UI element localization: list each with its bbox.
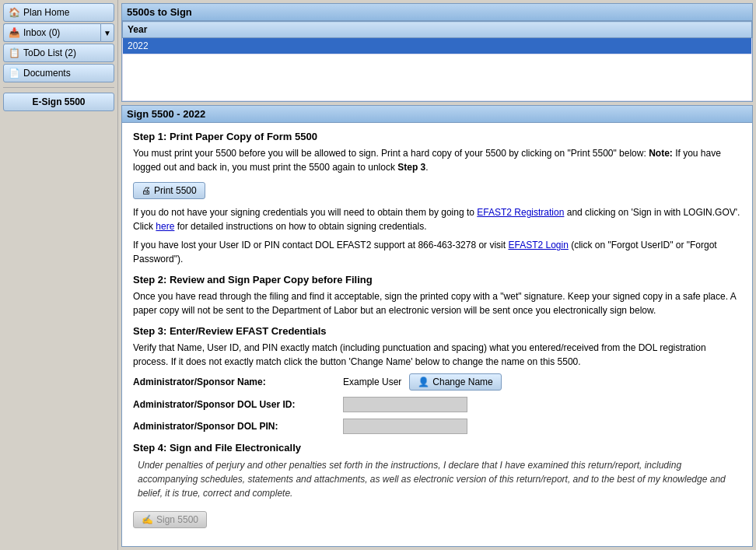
main-content: 5500s to Sign Year 2022 Sign 5500 - 2022…: [118, 0, 756, 550]
plan-home-label: Plan Home: [23, 7, 69, 18]
inbox-icon: 📥: [9, 27, 20, 38]
person-icon: 👤: [418, 377, 429, 387]
step2-text: Once you have read through the filing an…: [133, 289, 741, 317]
step1-step3-ref: Step 3: [397, 162, 425, 173]
todo-icon: 📋: [9, 47, 20, 58]
print-5500-button[interactable]: 🖨 Print 5500: [133, 182, 205, 199]
sidebar: 🏠 Plan Home 📥 Inbox (0) ▼ 📋 ToDo List (2…: [0, 0, 118, 550]
step4-heading: Step 4: Sign and File Electronically: [133, 442, 741, 454]
plan-home-icon: 🏠: [9, 7, 20, 18]
credentials-text3: for detailed instructions on how to obta…: [177, 221, 427, 232]
bottom-panel-title: Sign 5500 - 2022: [122, 106, 752, 123]
esign-label: E-Sign 5500: [32, 96, 85, 107]
admin-name-row: Administrator/Sponsor Name: Example User…: [133, 373, 741, 391]
inbox-row: 📥 Inbox (0) ▼: [3, 23, 114, 42]
print-btn-label: Print 5500: [154, 185, 197, 196]
step3-text: Verify that Name, User ID, and PIN exact…: [133, 341, 741, 369]
documents-label: Documents: [23, 68, 71, 79]
year-table: Year 2022: [122, 21, 752, 101]
step1-heading: Step 1: Print Paper Copy of Form 5500: [133, 131, 741, 142]
sign-btn-label: Sign 5500: [156, 514, 198, 525]
year-column-header: Year: [123, 22, 752, 38]
efast2-login-link[interactable]: EFAST2 Login: [508, 240, 568, 250]
year-cell: 2022: [123, 38, 752, 54]
sidebar-divider: [3, 87, 114, 88]
documents-button[interactable]: 📄 Documents: [3, 64, 114, 82]
top-panel: 5500s to Sign Year 2022: [121, 3, 753, 102]
documents-icon: 📄: [9, 68, 20, 79]
admin-name-label: Administrator/Sponsor Name:: [133, 377, 343, 387]
empty-row: [123, 54, 752, 101]
admin-userid-input[interactable]: [343, 397, 467, 412]
change-name-button[interactable]: 👤 Change Name: [409, 373, 501, 391]
sign-icon: ✍: [142, 514, 153, 525]
chevron-down-icon: ▼: [103, 29, 111, 37]
sign-5500-button[interactable]: ✍ Sign 5500: [133, 511, 207, 528]
admin-pin-row: Administrator/Sponsor DOL PIN:: [133, 419, 741, 434]
admin-pin-label: Administrator/Sponsor DOL PIN:: [133, 421, 343, 432]
lost-creds-text1: If you have lost your User ID or PIN con…: [133, 240, 506, 250]
step3-heading: Step 3: Enter/Review EFAST Credentials: [133, 325, 741, 337]
change-name-label: Change Name: [432, 377, 492, 387]
inbox-label: Inbox (0): [23, 27, 60, 38]
todo-button[interactable]: 📋 ToDo List (2): [3, 44, 114, 62]
step1-note-label: Note:: [649, 148, 673, 159]
inbox-button[interactable]: 📥 Inbox (0): [3, 23, 100, 42]
credentials-text1: If you do not have your signing credenti…: [133, 207, 474, 218]
printer-icon: 🖨: [142, 185, 151, 196]
admin-name-value: Example User: [343, 377, 401, 387]
step1-text: You must print your 5500 before you will…: [133, 146, 741, 174]
bottom-panel: Sign 5500 - 2022 Step 1: Print Paper Cop…: [121, 105, 753, 547]
inbox-dropdown-button[interactable]: ▼: [100, 23, 114, 42]
penalty-text: Under penalties of perjury and other pen…: [138, 458, 741, 500]
plan-home-button[interactable]: 🏠 Plan Home: [3, 3, 114, 22]
step2-heading: Step 2: Review and Sign Paper Copy befor…: [133, 274, 741, 286]
here-link[interactable]: here: [156, 221, 174, 232]
admin-userid-label: Administrator/Sponsor DOL User ID:: [133, 399, 343, 410]
top-panel-title: 5500s to Sign: [122, 4, 752, 21]
admin-userid-row: Administrator/Sponsor DOL User ID:: [133, 397, 741, 412]
esign-button[interactable]: E-Sign 5500: [3, 93, 114, 111]
efast2-registration-link[interactable]: EFAST2 Registration: [477, 207, 564, 218]
admin-pin-input[interactable]: [343, 419, 467, 434]
lost-creds-text: If you have lost your User ID or PIN con…: [133, 238, 741, 266]
year-row-2022[interactable]: 2022: [123, 38, 752, 54]
credentials-text: If you do not have your signing credenti…: [133, 205, 741, 233]
step1-text1: You must print your 5500 before you will…: [133, 148, 646, 159]
todo-label: ToDo List (2): [23, 47, 76, 58]
